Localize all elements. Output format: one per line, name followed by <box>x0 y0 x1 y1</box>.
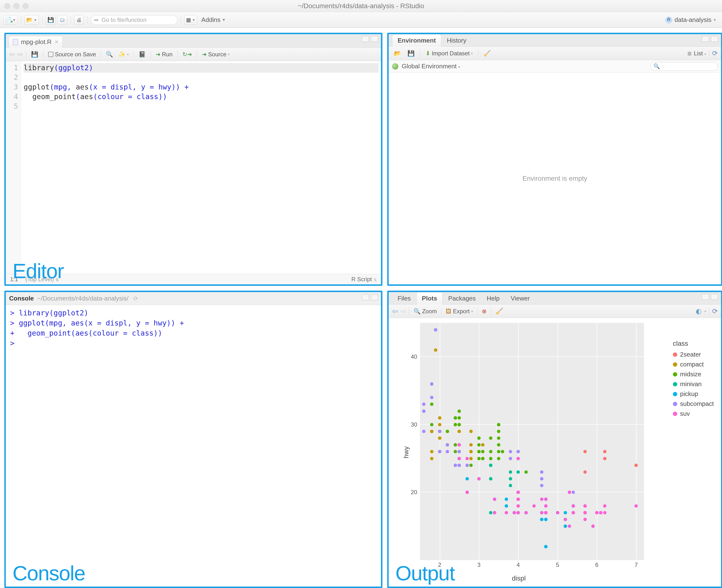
refresh-icon[interactable]: ⟳ <box>712 49 718 57</box>
maximize-pane-icon[interactable] <box>711 36 718 42</box>
caret-down-icon: ▼ <box>222 18 226 22</box>
data-point <box>564 524 567 528</box>
console-body[interactable]: > library(ggplot2)> ggplot(mpg, aes(x = … <box>6 305 381 587</box>
pane-annotation: Editor <box>13 259 64 283</box>
plot-canvas <box>420 323 644 560</box>
x-tick: 5 <box>556 562 559 568</box>
publish-icon[interactable]: ◐ <box>696 307 702 315</box>
wand-button[interactable]: ✨▾ <box>117 50 131 59</box>
close-tab-icon[interactable]: ✕ <box>55 39 59 45</box>
data-point <box>568 524 571 528</box>
addins-menu[interactable]: Addins ▼ <box>199 16 228 24</box>
x-tick: 7 <box>635 562 638 568</box>
data-point <box>509 484 512 487</box>
tab-packages[interactable]: Packages <box>442 292 481 304</box>
minimize-pane-icon[interactable] <box>362 294 369 300</box>
legend-item: compact <box>673 361 714 368</box>
data-point <box>446 430 449 433</box>
broom-icon: 🧹 <box>496 308 503 315</box>
compile-report-button[interactable]: 📓 <box>137 50 148 59</box>
data-point <box>469 457 473 460</box>
project-menu[interactable]: R data-analysis ▾ <box>663 16 719 24</box>
minimize-pane-icon[interactable] <box>702 36 709 42</box>
print-button[interactable]: 🖨 <box>74 15 84 25</box>
goto-file-input[interactable]: ➦ Go to file/function <box>91 15 178 25</box>
minimize-pane-icon[interactable] <box>362 36 369 42</box>
code-editor[interactable]: 12345 library(ggplot2) ggplot(mpg, aes(x… <box>6 61 381 274</box>
run-button[interactable]: ➔ Run <box>154 50 174 59</box>
plot-next-icon[interactable]: ⇨ <box>400 307 407 315</box>
save-all-button[interactable]: 🗂 <box>58 15 67 25</box>
export-button[interactable]: 🖼 Export ▾ <box>444 307 475 316</box>
save-button[interactable]: 💾 <box>46 15 56 25</box>
data-point <box>540 470 543 474</box>
source-on-save-toggle[interactable]: Source on Save <box>46 50 98 59</box>
y-tick: 20 <box>411 489 417 496</box>
plot-legend: class 2seatercompactmidsizeminivanpickup… <box>673 340 714 420</box>
maximize-pane-icon[interactable] <box>371 294 378 300</box>
x-tick: 6 <box>595 562 598 568</box>
data-point <box>454 450 457 453</box>
data-point <box>497 423 500 426</box>
data-point <box>438 423 441 426</box>
data-point <box>457 457 461 460</box>
data-point <box>509 477 512 480</box>
tab-help[interactable]: Help <box>481 292 505 304</box>
mac-titlebar: ~/Documents/r4ds/data-analysis - RStudio <box>0 0 722 12</box>
save-workspace-button[interactable]: 💾 <box>406 49 417 58</box>
find-button[interactable]: 🔍 <box>104 50 115 59</box>
editor-tabs: mpg-plot.R ✕ <box>6 34 381 48</box>
open-project-button[interactable]: 📂▼ <box>24 15 39 25</box>
line-gutter: 12345 <box>6 61 21 274</box>
workspace-layout-button[interactable]: ▦▼ <box>184 15 197 25</box>
file-type-indicator[interactable]: R Script ⇅ <box>351 276 377 283</box>
tab-viewer[interactable]: Viewer <box>505 292 535 304</box>
rerun-button[interactable]: ↻➔ <box>181 50 194 59</box>
nav-back-icon[interactable]: ⇦ <box>9 50 15 58</box>
plot-prev-icon[interactable]: ⇦ <box>392 307 398 315</box>
grid-icon: ▦ <box>186 17 191 23</box>
remove-plot-button[interactable]: ⊗ <box>480 307 489 316</box>
tab-environment[interactable]: Environment <box>392 34 441 47</box>
legend-item: minivan <box>673 380 714 388</box>
import-dataset-button[interactable]: ⬇ Import Dataset ▾ <box>424 49 475 58</box>
view-mode-select[interactable]: List ▾ <box>694 50 706 57</box>
env-search-input[interactable]: 🔍 <box>650 62 718 71</box>
data-point <box>572 490 575 494</box>
maximize-pane-icon[interactable] <box>711 294 718 300</box>
data-point <box>509 450 512 453</box>
code-content[interactable]: library(ggplot2) ggplot(mpg, aes(x = dis… <box>21 61 381 274</box>
data-point <box>516 498 520 501</box>
refresh-icon[interactable]: ⟳ <box>712 307 718 315</box>
file-tab[interactable]: mpg-plot.R ✕ <box>9 36 63 48</box>
plot-area: hwy 203040 234567 displ class 2seatercom… <box>389 318 721 587</box>
maximize-pane-icon[interactable] <box>371 36 378 42</box>
save-file-button[interactable]: 💾 <box>29 50 40 59</box>
tab-files[interactable]: Files <box>392 292 416 304</box>
clear-environment-button[interactable]: 🧹 <box>481 49 493 58</box>
source-icon: ➔ <box>202 51 207 58</box>
zoom-button[interactable]: 🔍 Zoom <box>412 307 439 316</box>
data-point <box>489 437 492 440</box>
tab-history[interactable]: History <box>441 34 472 47</box>
legend-item: 2seater <box>673 351 714 358</box>
nav-forward-icon[interactable]: ⇨ <box>17 50 23 58</box>
load-workspace-button[interactable]: 📂 <box>392 49 403 58</box>
data-point <box>457 443 461 446</box>
clear-plots-button[interactable]: 🧹 <box>494 307 505 316</box>
data-point <box>603 450 606 453</box>
new-file-button[interactable]: 📄● ▼ <box>3 15 18 25</box>
x-tick: 3 <box>477 562 480 568</box>
source-button[interactable]: ➔ Source ▾ <box>200 50 231 59</box>
data-point <box>457 416 461 420</box>
console-tab[interactable]: Console <box>9 295 34 302</box>
minimize-pane-icon[interactable] <box>702 294 709 300</box>
r-logo-icon: R <box>665 17 672 23</box>
scope-select[interactable]: Global Environment ▾ <box>402 63 460 70</box>
tab-plots[interactable]: Plots <box>416 292 443 304</box>
data-point <box>422 430 426 433</box>
import-icon: ⬇ <box>426 50 430 57</box>
run-icon: ➔ <box>156 51 161 58</box>
console-options-icon[interactable]: ⟳ <box>133 295 138 302</box>
data-point <box>591 524 595 528</box>
